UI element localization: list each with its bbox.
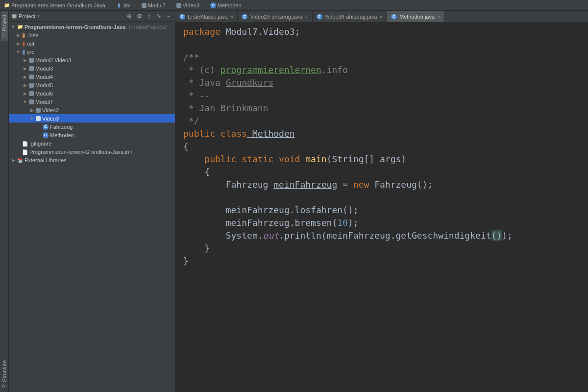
code-token: } [183, 256, 189, 266]
code-comment: */ [183, 116, 199, 126]
folder-icon [17, 24, 23, 30]
close-icon[interactable]: × [437, 14, 440, 20]
tab-label: Methoden.java [399, 14, 435, 20]
breadcrumb-item-methoden[interactable]: Methoden [208, 2, 244, 8]
tool-window-bar-left: 1: Project 7: Structure [0, 11, 9, 392]
tree-item-out[interactable]: ▶ ▮ out [9, 39, 175, 48]
code-comment: * (c) [183, 65, 220, 75]
code-token: System. [183, 230, 263, 241]
package-icon [29, 83, 34, 88]
project-tree[interactable]: ▼ Programmieren-lernen-Grundkurs-Java (~… [9, 22, 175, 392]
tree-label: Video2 [42, 107, 59, 113]
tab-video3-fahrzeug[interactable]: Video3/Fahrzeug.java × [313, 11, 387, 22]
expand-icon[interactable]: ▶ [16, 33, 21, 38]
tool-tab-project[interactable]: 1: Project [1, 11, 8, 41]
folder-icon [4, 2, 10, 8]
settings-icon[interactable]: ⚙ [136, 13, 143, 20]
close-icon[interactable]: × [230, 14, 233, 20]
breadcrumb-label: Methoden [218, 2, 242, 8]
expand-icon[interactable]: ▶ [23, 74, 27, 79]
breadcrumb-label: Video3 [183, 2, 199, 8]
tab-video2-fahrzeug[interactable]: Video2/Fahrzeug.java × [238, 11, 312, 22]
package-icon [29, 91, 34, 96]
expand-icon[interactable]: ▼ [11, 24, 16, 29]
tree-item-modul5[interactable]: ▶ Modul5 [9, 81, 175, 89]
tree-item-iml[interactable]: ▶ Programmieren-lernen-Grundkurs-Java.im… [9, 147, 175, 156]
breadcrumb-item-video3[interactable]: Video3 [174, 2, 201, 8]
tree-root[interactable]: ▼ Programmieren-lernen-Grundkurs-Java (~… [9, 23, 175, 31]
breadcrumb-item-src[interactable]: ▮ src [114, 2, 133, 8]
hide-icon[interactable]: ⇲ [155, 13, 162, 20]
expand-icon[interactable]: ▶ [11, 158, 16, 163]
package-icon [142, 3, 147, 8]
tab-methoden[interactable]: Methoden.java × [387, 11, 445, 22]
code-token: 10 [337, 218, 348, 228]
code-token: .println(meinFahrzeug.getGeschwindigkeit [279, 230, 491, 241]
code-comment: * Jan [183, 103, 220, 113]
code-token: Modul7.Video3; [220, 26, 300, 37]
expand-icon[interactable]: ▶ [23, 83, 27, 88]
tree-item-video2[interactable]: ▶ Video2 [9, 106, 175, 114]
code-editor[interactable]: package Modul7.Video3; /** * (c) program… [175, 23, 588, 392]
project-view-icon: ▣ [12, 13, 17, 19]
tree-item-external-libraries[interactable]: ▶ External Libraries [9, 156, 175, 164]
java-class-icon [210, 2, 216, 8]
close-icon[interactable]: × [305, 14, 308, 20]
code-token: Fahrzeug [183, 179, 273, 190]
breadcrumb: Programmieren-lernen-Grundkurs-Java 〉 ▮ … [0, 0, 588, 11]
breadcrumb-item-project[interactable]: Programmieren-lernen-Grundkurs-Java [2, 2, 107, 8]
close-icon[interactable]: × [379, 14, 382, 20]
tree-item-modul7[interactable]: ▼ Modul7 [9, 98, 175, 106]
breadcrumb-separator: 〉 [108, 2, 113, 9]
code-comment: * Java [183, 77, 226, 88]
code-token: () [491, 230, 502, 241]
expand-icon[interactable]: ▼ [16, 49, 21, 54]
expand-icon[interactable]: ▶ [23, 91, 27, 96]
tree-label: Modul4 [35, 74, 53, 80]
tree-item-modul2[interactable]: ▶ Modul2.Video3 [9, 56, 175, 64]
tree-label: Modul6 [35, 91, 53, 97]
tree-item-fahrzeug[interactable]: ▶ Fahrzeug [9, 122, 175, 131]
expand-icon[interactable]: ▼ [23, 99, 27, 104]
tree-item-modul6[interactable]: ▶ Modul6 [9, 89, 175, 98]
expand-icon[interactable]: ▶ [29, 108, 34, 113]
expand-icon[interactable]: ▶ [23, 58, 27, 63]
file-icon [22, 140, 28, 147]
tree-item-modul3[interactable]: ▶ Modul3 [9, 64, 175, 73]
tree-label: out [27, 41, 34, 47]
tree-item-modul4[interactable]: ▶ Modul4 [9, 73, 175, 81]
breadcrumb-item-modul7[interactable]: Modul7 [140, 2, 168, 8]
tab-label: Video3/Fahrzeug.java [325, 14, 377, 20]
project-panel-title[interactable]: ▣ Project ▾ [12, 13, 40, 19]
tab-ersteklasse[interactable]: ErsteKlasse.java × [175, 11, 238, 22]
breadcrumb-label: Programmieren-lernen-Grundkurs-Java [11, 2, 105, 8]
code-token: public [183, 128, 215, 139]
project-panel-title-label: Project [19, 13, 35, 19]
minimize-icon[interactable]: − [165, 13, 172, 20]
tab-label: Video2/Fahrzeug.java [250, 14, 302, 20]
java-class-icon [179, 14, 185, 20]
code-token: new [353, 179, 369, 190]
scroll-from-source-icon[interactable]: ↕ [146, 13, 152, 20]
code-token: class [215, 128, 247, 139]
tree-item-gitignore[interactable]: ▶ .gitignore [9, 139, 175, 147]
editor-tabs: ErsteKlasse.java × Video2/Fahrzeug.java … [175, 11, 588, 23]
code-token: meinFahrzeug [273, 179, 337, 190]
expand-icon[interactable]: ▶ [23, 66, 27, 71]
expand-icon[interactable]: ▼ [29, 116, 34, 121]
package-icon [29, 99, 34, 104]
java-class-icon [317, 14, 322, 20]
tree-item-idea[interactable]: ▶ ▮ .idea [9, 31, 175, 39]
code-token: package [183, 26, 220, 37]
expand-icon[interactable]: ▶ [16, 41, 21, 46]
tree-label: External Libraries [24, 157, 67, 163]
tree-label: Modul7 [35, 99, 53, 105]
tree-label: Modul5 [35, 82, 53, 88]
tree-item-methoden[interactable]: ▶ Methoden [9, 131, 175, 139]
tree-item-src[interactable]: ▼ ▮ src [9, 48, 175, 56]
tree-label: src [27, 49, 34, 55]
code-token: meinFahrzeug.bremsen( [183, 218, 337, 228]
tool-tab-structure[interactable]: 7: Structure [1, 356, 8, 392]
tree-item-video3[interactable]: ▼ Video3 [9, 114, 175, 122]
collapse-all-icon[interactable]: ⊕ [126, 13, 133, 20]
